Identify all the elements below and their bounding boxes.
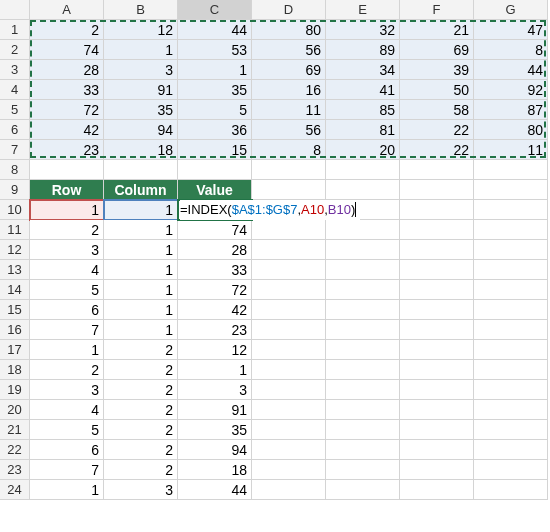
lookup-col[interactable]: 1: [104, 240, 178, 260]
empty-cell[interactable]: [474, 480, 548, 500]
empty-cell[interactable]: [326, 240, 400, 260]
lookup-col[interactable]: 2: [104, 400, 178, 420]
grid-cell[interactable]: 91: [104, 80, 178, 100]
empty-cell[interactable]: [252, 240, 326, 260]
row-header-23[interactable]: 23: [0, 460, 30, 480]
empty-cell[interactable]: [400, 320, 474, 340]
empty-cell[interactable]: [252, 360, 326, 380]
lookup-col[interactable]: 2: [104, 340, 178, 360]
empty-cell[interactable]: [252, 440, 326, 460]
lookup-row[interactable]: 3: [30, 380, 104, 400]
row-header-18[interactable]: 18: [0, 360, 30, 380]
grid-cell[interactable]: 44: [178, 20, 252, 40]
lookup-row[interactable]: 7: [30, 320, 104, 340]
empty-cell[interactable]: [474, 200, 548, 220]
row-header-6[interactable]: 6: [0, 120, 30, 140]
lookup-row[interactable]: 5: [30, 280, 104, 300]
grid-cell[interactable]: 42: [30, 120, 104, 140]
lookup-value[interactable]: 94: [178, 440, 252, 460]
empty-cell[interactable]: [326, 360, 400, 380]
row-header-11[interactable]: 11: [0, 220, 30, 240]
empty-cell[interactable]: [400, 480, 474, 500]
lookup-value[interactable]: 74: [178, 220, 252, 240]
grid-cell[interactable]: 36: [178, 120, 252, 140]
lookup-row[interactable]: 6: [30, 300, 104, 320]
grid-cell[interactable]: 87: [474, 100, 548, 120]
row-header-7[interactable]: 7: [0, 140, 30, 160]
grid-cell[interactable]: 80: [252, 20, 326, 40]
empty-cell[interactable]: [400, 380, 474, 400]
lookup-row[interactable]: 4: [30, 260, 104, 280]
grid-cell[interactable]: 39: [400, 60, 474, 80]
grid-cell[interactable]: 35: [178, 80, 252, 100]
empty-cell[interactable]: [326, 440, 400, 460]
row-header-5[interactable]: 5: [0, 100, 30, 120]
grid-cell[interactable]: 18: [104, 140, 178, 160]
empty-cell[interactable]: [474, 420, 548, 440]
col-header-A[interactable]: A: [30, 0, 104, 20]
empty-cell[interactable]: [474, 460, 548, 480]
empty-cell[interactable]: [474, 300, 548, 320]
row-header-24[interactable]: 24: [0, 480, 30, 500]
lookup-col[interactable]: 1: [104, 320, 178, 340]
lookup-value[interactable]: 18: [178, 460, 252, 480]
col-header-B[interactable]: B: [104, 0, 178, 20]
row-header-4[interactable]: 4: [0, 80, 30, 100]
row-header-16[interactable]: 16: [0, 320, 30, 340]
lookup-row[interactable]: 3: [30, 240, 104, 260]
row-header-2[interactable]: 2: [0, 40, 30, 60]
empty-cell[interactable]: [474, 220, 548, 240]
empty-cell[interactable]: [252, 380, 326, 400]
lookup-row[interactable]: 5: [30, 420, 104, 440]
lookup-row[interactable]: 6: [30, 440, 104, 460]
lookup-value[interactable]: 33: [178, 260, 252, 280]
row-header-1[interactable]: 1: [0, 20, 30, 40]
row-header-20[interactable]: 20: [0, 400, 30, 420]
header-column[interactable]: Column: [104, 180, 178, 200]
grid-cell[interactable]: 2: [30, 20, 104, 40]
empty-cell[interactable]: [400, 400, 474, 420]
lookup-col[interactable]: 2: [104, 380, 178, 400]
empty-cell[interactable]: [474, 360, 548, 380]
empty-cell[interactable]: [400, 240, 474, 260]
grid-cell[interactable]: 44: [474, 60, 548, 80]
empty-cell[interactable]: [400, 300, 474, 320]
lookup-row[interactable]: 7: [30, 460, 104, 480]
grid-cell[interactable]: 22: [400, 120, 474, 140]
grid-cell[interactable]: 21: [400, 20, 474, 40]
grid-cell[interactable]: 81: [326, 120, 400, 140]
grid-cell[interactable]: 32: [326, 20, 400, 40]
grid-cell[interactable]: 28: [30, 60, 104, 80]
grid-cell[interactable]: 22: [400, 140, 474, 160]
grid-cell[interactable]: 1: [178, 60, 252, 80]
empty-cell[interactable]: [400, 160, 474, 180]
empty-cell[interactable]: [326, 220, 400, 240]
grid-cell[interactable]: 74: [30, 40, 104, 60]
empty-cell[interactable]: [252, 400, 326, 420]
empty-cell[interactable]: [400, 340, 474, 360]
empty-cell[interactable]: [252, 180, 326, 200]
empty-cell[interactable]: [326, 280, 400, 300]
empty-cell[interactable]: [252, 160, 326, 180]
grid-cell[interactable]: 69: [252, 60, 326, 80]
grid-cell[interactable]: 80: [474, 120, 548, 140]
empty-cell[interactable]: [474, 180, 548, 200]
empty-cell[interactable]: [252, 460, 326, 480]
empty-cell[interactable]: [400, 420, 474, 440]
row-header-10[interactable]: 10: [0, 200, 30, 220]
row-header-13[interactable]: 13: [0, 260, 30, 280]
empty-cell[interactable]: [400, 220, 474, 240]
grid-cell[interactable]: 34: [326, 60, 400, 80]
empty-cell[interactable]: [252, 420, 326, 440]
row-header-3[interactable]: 3: [0, 60, 30, 80]
row-header-12[interactable]: 12: [0, 240, 30, 260]
row-header-9[interactable]: 9: [0, 180, 30, 200]
grid-cell[interactable]: 12: [104, 20, 178, 40]
lookup-col[interactable]: 1: [104, 280, 178, 300]
lookup-col[interactable]: 1: [104, 220, 178, 240]
empty-cell[interactable]: [326, 400, 400, 420]
row-header-17[interactable]: 17: [0, 340, 30, 360]
empty-cell[interactable]: [252, 280, 326, 300]
formula-text[interactable]: =INDEX($A$1:$G$7,A10,B10): [180, 200, 360, 220]
lookup-value[interactable]: 44: [178, 480, 252, 500]
